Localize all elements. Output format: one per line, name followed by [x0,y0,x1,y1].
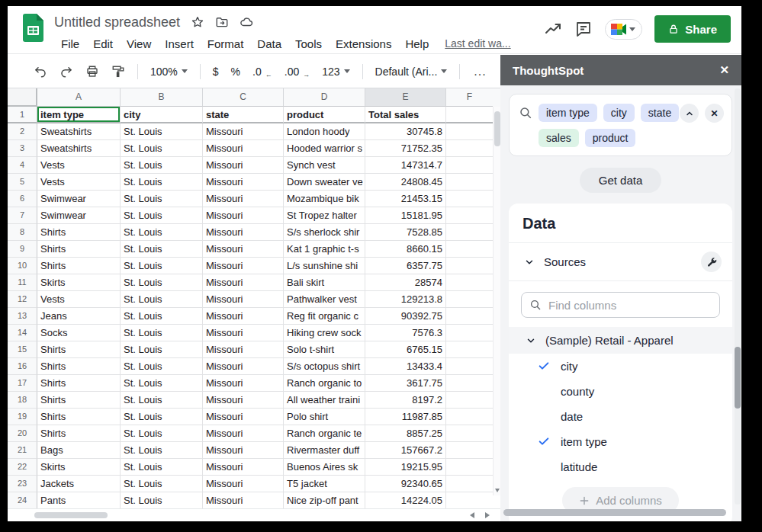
cell-C8[interactable]: Missouri [203,224,284,241]
cell-B6[interactable]: St. Louis [121,191,203,207]
cell-D21[interactable]: Rivermaster duff [284,442,365,459]
panel-vertical-scrollbar-thumb[interactable] [735,347,741,409]
sources-settings-button[interactable] [701,252,722,272]
cell-C1[interactable]: state [203,107,284,123]
cell-E12[interactable]: 129213.8 [365,291,446,308]
cell-B12[interactable]: St. Louis [121,291,203,308]
cell-D13[interactable]: Reg fit organic c [284,308,365,325]
activity-trend-icon[interactable] [544,20,562,38]
format-currency-button[interactable]: $ [208,63,223,80]
cell-F5[interactable] [446,174,493,191]
menu-insert[interactable]: Insert [158,36,201,52]
cell-F22[interactable] [446,459,493,476]
cell-A2[interactable]: Sweatshirts [37,123,121,140]
cell-B3[interactable]: St. Louis [121,140,203,157]
cell-F4[interactable] [446,157,493,174]
cell-D17[interactable]: Ranch organic to [284,375,365,392]
cell-B7[interactable]: St. Louis [121,207,203,224]
cell-E5[interactable]: 24808.45 [365,174,446,191]
cell-A8[interactable]: Shirts [37,224,121,241]
row-number-6[interactable]: 6 [8,191,37,207]
collapse-search-button[interactable] [680,104,699,123]
star-icon[interactable] [191,15,204,29]
cell-D6[interactable]: Mozambique bik [284,191,365,207]
cell-E14[interactable]: 7576.3 [365,325,446,341]
cell-C23[interactable]: Missouri [203,476,284,492]
cell-C17[interactable]: Missouri [203,375,284,392]
cell-A19[interactable]: Shirts [37,409,121,425]
cell-B9[interactable]: St. Louis [121,241,203,258]
row-number-22[interactable]: 22 [8,459,37,476]
cell-A4[interactable]: Vests [37,157,121,174]
cell-F24[interactable] [446,492,493,508]
column-header-F[interactable]: F [446,88,493,107]
menu-extensions[interactable]: Extensions [329,36,398,52]
cell-D15[interactable]: Solo t-shirt [284,341,365,358]
cell-E3[interactable]: 71752.35 [365,140,446,157]
cell-E16[interactable]: 13433.4 [365,358,446,375]
menu-edit[interactable]: Edit [86,36,120,52]
cell-D11[interactable]: Bali skirt [284,274,365,291]
cell-F15[interactable] [446,341,493,358]
cell-E9[interactable]: 8660.15 [365,241,446,258]
search-token-city[interactable]: city [603,104,635,122]
cell-E2[interactable]: 30745.8 [365,123,446,140]
cell-C22[interactable]: Missouri [203,459,284,476]
column-header-E[interactable]: E [365,88,446,107]
redo-button[interactable] [55,62,78,82]
cell-E11[interactable]: 28574 [365,274,446,291]
cell-B8[interactable]: St. Louis [121,224,203,241]
cell-F21[interactable] [446,442,493,459]
cell-A22[interactable]: Skirts [37,459,121,476]
cell-D19[interactable]: Polo shirt [284,409,365,425]
row-number-18[interactable]: 18 [8,392,37,409]
cell-A1[interactable]: item type [37,107,121,123]
find-columns-input[interactable] [548,299,712,312]
cell-F7[interactable] [446,207,493,224]
cell-D3[interactable]: Hooded warrior s [284,140,365,157]
cell-C3[interactable]: Missouri [203,140,284,157]
cell-F1[interactable] [446,107,493,123]
cell-C11[interactable]: Missouri [203,274,284,291]
cell-B1[interactable]: city [121,107,203,123]
undo-button[interactable] [29,62,52,82]
cell-E10[interactable]: 6357.75 [365,258,446,274]
decrease-decimal-button[interactable]: .0← [248,63,277,80]
cell-F14[interactable] [446,325,493,341]
search-token-item-type[interactable]: item type [539,104,597,122]
menu-help[interactable]: Help [398,36,436,52]
cell-C5[interactable]: Missouri [203,174,284,191]
cell-E13[interactable]: 90392.75 [365,308,446,325]
cell-E19[interactable]: 11987.85 [365,409,446,425]
font-select[interactable]: Default (Ari... [371,63,452,80]
cell-F3[interactable] [446,140,493,157]
cell-D12[interactable]: Pathwalker vest [284,291,365,308]
cell-F8[interactable] [446,224,493,241]
row-number-15[interactable]: 15 [8,341,37,358]
cell-E1[interactable]: Total sales [365,107,446,123]
cell-F18[interactable] [446,392,493,409]
cell-A14[interactable]: Socks [37,325,121,341]
menu-view[interactable]: View [120,36,158,52]
row-number-2[interactable]: 2 [8,123,37,140]
row-number-13[interactable]: 13 [8,308,37,325]
cell-D18[interactable]: All weather traini [284,392,365,409]
scroll-right-arrow-icon[interactable] [485,512,490,518]
cell-A7[interactable]: Swimwear [37,207,121,224]
number-format-button[interactable]: 123 [317,63,354,80]
cell-E23[interactable]: 92340.65 [365,476,446,492]
cell-D20[interactable]: Ranch organic te [284,425,365,442]
last-edit-link[interactable]: Last edit wa... [445,37,510,50]
cell-F20[interactable] [446,425,493,442]
cell-E21[interactable]: 157667.2 [365,442,446,459]
column-header-D[interactable]: D [284,88,365,107]
cell-B13[interactable]: St. Louis [121,308,203,325]
cell-D7[interactable]: St Tropez halter [284,207,365,224]
row-number-5[interactable]: 5 [8,174,37,191]
cell-D22[interactable]: Buenos Aires sk [284,459,365,476]
cell-A11[interactable]: Skirts [37,274,121,291]
cell-C2[interactable]: Missouri [203,123,284,140]
cell-E4[interactable]: 147314.7 [365,157,446,174]
cell-D16[interactable]: S/s octopus shirt [284,358,365,375]
grid-vertical-scrollbar[interactable] [493,107,500,495]
